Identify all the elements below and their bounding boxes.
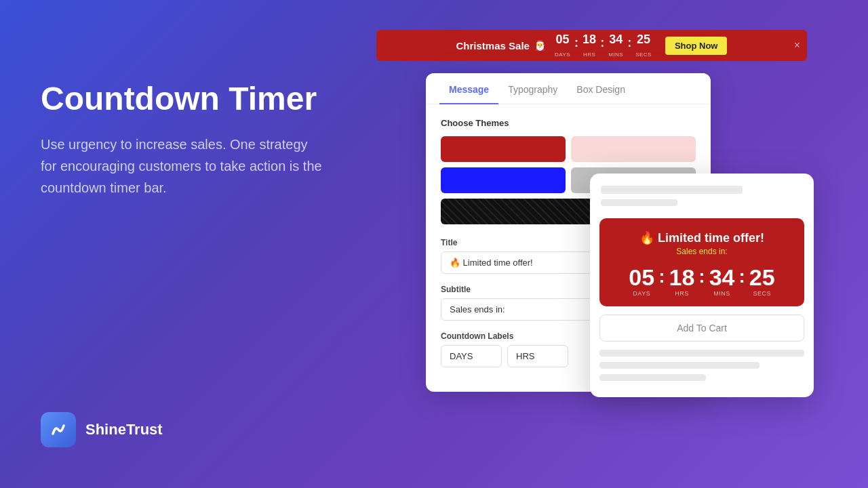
theme-blue[interactable]	[441, 167, 566, 193]
add-to-cart-button[interactable]: Add To Cart	[599, 314, 804, 342]
widget-colon-1: :	[658, 266, 665, 287]
top-banner: Christmas Sale 🎅 05 DAYS : 18 HRS : 34 M…	[376, 30, 807, 61]
banner-secs: 25 SECS	[635, 33, 652, 59]
brand-name: ShineTrust	[85, 421, 163, 439]
widget-mins: 34 MINS	[709, 266, 735, 297]
page-title: Countdown Timer	[41, 81, 366, 117]
banner-colon-3: :	[627, 36, 631, 56]
skeleton-top	[590, 174, 814, 218]
banner-days: 05 DAYS	[555, 33, 570, 59]
widget-days: 05 DAYS	[629, 266, 654, 297]
skeleton-line-2	[601, 199, 677, 206]
widget-subtitle: Sales ends in:	[609, 247, 795, 256]
banner-colon-2: :	[600, 36, 604, 56]
hrs-label-input[interactable]	[507, 345, 568, 367]
banner-colon-1: :	[574, 36, 578, 56]
banner-hrs: 18 HRS	[583, 33, 596, 59]
theme-red[interactable]	[441, 136, 566, 162]
skeleton-bottom	[590, 350, 814, 397]
theme-pink[interactable]	[571, 136, 696, 162]
skeleton-line-5	[599, 374, 706, 381]
skeleton-line-1	[601, 186, 743, 194]
widget-countdown: 05 DAYS : 18 HRS : 34 MINS : 25 SECS	[609, 266, 795, 297]
widget-colon-3: :	[738, 266, 745, 287]
banner-title: Christmas Sale 🎅	[456, 39, 547, 52]
choose-themes-label: Choose Themes	[441, 118, 696, 128]
skeleton-line-4	[599, 362, 760, 369]
widget-colon-2: :	[698, 266, 705, 287]
brand-logo	[41, 412, 76, 447]
countdown-widget: 🔥 Limited time offer! Sales ends in: 05 …	[599, 218, 804, 306]
skeleton-line-3	[599, 350, 804, 357]
shop-now-button[interactable]: Shop Now	[665, 37, 728, 55]
brand: ShineTrust	[41, 412, 163, 447]
widget-secs: 25 SECS	[749, 266, 775, 297]
page-description: Use urgency to increase sales. One strat…	[41, 134, 326, 199]
banner-close-button[interactable]: ×	[794, 39, 800, 52]
tab-box-design[interactable]: Box Design	[567, 73, 635, 104]
tabs: Message Typography Box Design	[426, 73, 711, 104]
left-section: Countdown Timer Use urgency to increase …	[41, 81, 366, 199]
banner-mins: 34 MINS	[608, 33, 623, 59]
widget-hrs: 18 HRS	[669, 266, 695, 297]
banner-countdown: 05 DAYS : 18 HRS : 34 MINS : 25 SECS	[555, 33, 652, 59]
overlay-card: 🔥 Limited time offer! Sales ends in: 05 …	[590, 174, 814, 397]
widget-title: 🔥 Limited time offer!	[609, 230, 795, 245]
tab-message[interactable]: Message	[439, 73, 498, 104]
days-label-input[interactable]	[441, 345, 502, 367]
tab-typography[interactable]: Typography	[498, 73, 567, 104]
